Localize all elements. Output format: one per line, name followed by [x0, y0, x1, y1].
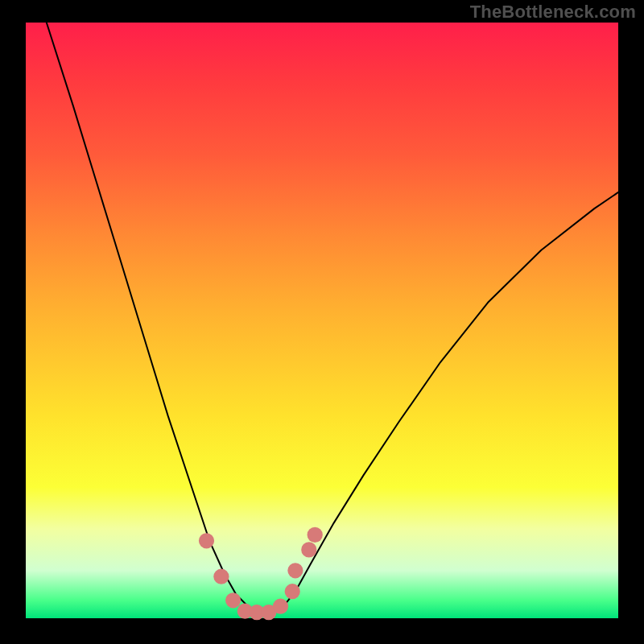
plot-area — [26, 23, 618, 618]
chart-frame: TheBottleneck.com — [0, 0, 644, 644]
trough-marker — [301, 542, 316, 557]
trough-marker — [285, 584, 300, 599]
trough-marker — [225, 592, 241, 608]
trough-marker — [308, 527, 323, 543]
trough-marker — [287, 563, 303, 578]
trough-marker — [273, 599, 288, 614]
watermark-text: TheBottleneck.com — [470, 2, 636, 23]
bottleneck-curve — [47, 23, 618, 613]
chart-svg — [26, 23, 618, 618]
trough-marker — [213, 569, 229, 584]
trough-marker — [199, 533, 214, 548]
trough-markers — [199, 527, 323, 620]
